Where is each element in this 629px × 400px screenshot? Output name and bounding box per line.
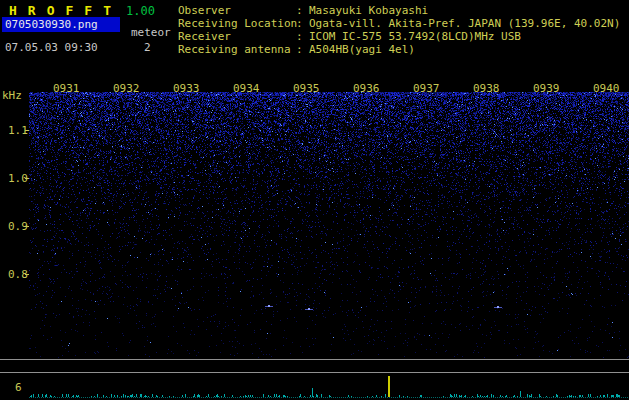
level-axis-label: 6: [15, 381, 22, 394]
freq-unit-label: kHz: [2, 89, 22, 102]
separator-line: [0, 359, 629, 360]
hrofft-output: HROFFT 1.00 0705030930.png meteor 07.05.…: [0, 0, 629, 400]
filename-box: 0705030930.png: [2, 17, 120, 32]
info-row-receiver: Receiver:ICOM IC-575 53.7492(8LCD)MHz US…: [178, 30, 620, 43]
info-label: Observer: [178, 4, 296, 17]
separator-line: [0, 372, 629, 373]
datetime-label: 07.05.03 09:30: [5, 41, 98, 54]
station-info: Observer:Masayuki Kobayashi Receiving Lo…: [178, 4, 620, 56]
info-row-antenna: Receiving antenna:A504HB(yagi 4el): [178, 43, 620, 56]
info-row-location: Receiving Location:Ogata-vill. Akita-Pre…: [178, 17, 620, 30]
info-value: A504HB(yagi 4el): [309, 43, 415, 56]
info-colon: :: [296, 30, 309, 43]
info-label: Receiving antenna: [178, 43, 296, 56]
info-label: Receiving Location: [178, 17, 296, 30]
mode-label: meteor: [131, 26, 171, 39]
filename-label: 0705030930.png: [5, 18, 98, 31]
app-version: 1.00: [126, 4, 155, 18]
level-canvas: [29, 374, 629, 399]
info-value: ICOM IC-575 53.7492(8LCD)MHz USB: [309, 30, 521, 43]
info-colon: :: [296, 4, 309, 17]
info-colon: :: [296, 43, 309, 56]
info-colon: :: [296, 17, 309, 30]
app-title: HROFFT: [9, 3, 122, 18]
spectrogram-canvas: [29, 92, 629, 358]
info-row-observer: Observer:Masayuki Kobayashi: [178, 4, 620, 17]
meteor-count: 2: [144, 41, 151, 54]
info-value: Ogata-vill. Akita-Pref. JAPAN (139.96E, …: [309, 17, 620, 30]
info-value: Masayuki Kobayashi: [309, 4, 428, 17]
info-label: Receiver: [178, 30, 296, 43]
